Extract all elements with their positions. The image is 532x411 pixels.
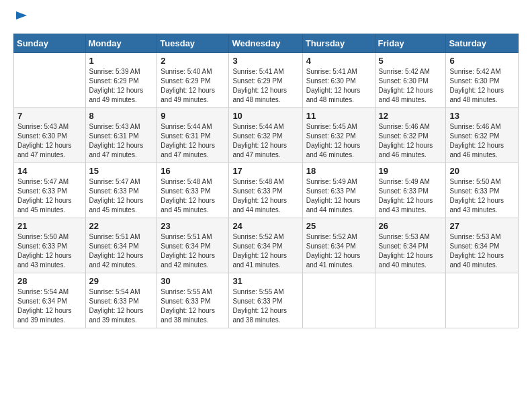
day-number: 16 xyxy=(161,166,225,176)
day-number: 1 xyxy=(89,56,154,66)
calendar-day-cell: 27Sunrise: 5:53 AM Sunset: 6:34 PM Dayli… xyxy=(446,218,519,273)
col-header-friday: Friday xyxy=(375,34,446,53)
day-number: 20 xyxy=(449,166,515,176)
day-number: 30 xyxy=(161,276,225,286)
calendar-table: SundayMondayTuesdayWednesdayThursdayFrid… xyxy=(13,34,519,328)
page: SundayMondayTuesdayWednesdayThursdayFrid… xyxy=(0,0,532,411)
calendar-header-row: SundayMondayTuesdayWednesdayThursdayFrid… xyxy=(14,34,519,53)
day-number: 18 xyxy=(306,166,371,176)
calendar-day-cell: 5Sunrise: 5:42 AM Sunset: 6:30 PM Daylig… xyxy=(375,53,446,108)
calendar-day-cell: 19Sunrise: 5:49 AM Sunset: 6:33 PM Dayli… xyxy=(375,163,446,218)
calendar-day-cell: 7Sunrise: 5:43 AM Sunset: 6:30 PM Daylig… xyxy=(14,108,86,163)
day-info: Sunrise: 5:48 AM Sunset: 6:33 PM Dayligh… xyxy=(232,177,298,215)
calendar-day-cell: 28Sunrise: 5:54 AM Sunset: 6:34 PM Dayli… xyxy=(14,273,86,328)
logo-flag-icon xyxy=(15,10,28,24)
day-info: Sunrise: 5:49 AM Sunset: 6:33 PM Dayligh… xyxy=(379,177,443,215)
col-header-thursday: Thursday xyxy=(302,34,375,53)
day-number: 31 xyxy=(232,276,298,286)
day-number: 6 xyxy=(449,56,515,66)
col-header-wednesday: Wednesday xyxy=(229,34,302,53)
day-number: 3 xyxy=(232,56,298,66)
day-number: 19 xyxy=(379,166,443,176)
day-number: 22 xyxy=(89,221,154,231)
day-info: Sunrise: 5:43 AM Sunset: 6:30 PM Dayligh… xyxy=(17,122,82,160)
day-number: 21 xyxy=(17,221,82,231)
calendar-day-cell: 17Sunrise: 5:48 AM Sunset: 6:33 PM Dayli… xyxy=(229,163,302,218)
day-info: Sunrise: 5:53 AM Sunset: 6:34 PM Dayligh… xyxy=(449,232,515,270)
calendar-day-cell: 20Sunrise: 5:50 AM Sunset: 6:33 PM Dayli… xyxy=(446,163,519,218)
day-info: Sunrise: 5:44 AM Sunset: 6:32 PM Dayligh… xyxy=(232,122,298,160)
day-info: Sunrise: 5:54 AM Sunset: 6:34 PM Dayligh… xyxy=(17,287,82,325)
calendar-week-row: 21Sunrise: 5:50 AM Sunset: 6:33 PM Dayli… xyxy=(14,218,519,273)
day-number: 4 xyxy=(306,56,371,66)
calendar-day-cell xyxy=(375,273,446,328)
day-number: 23 xyxy=(161,221,225,231)
calendar-day-cell: 24Sunrise: 5:52 AM Sunset: 6:34 PM Dayli… xyxy=(229,218,302,273)
calendar-week-row: 28Sunrise: 5:54 AM Sunset: 6:34 PM Dayli… xyxy=(14,273,519,328)
day-info: Sunrise: 5:53 AM Sunset: 6:34 PM Dayligh… xyxy=(379,232,443,270)
logo-text xyxy=(13,10,28,27)
day-number: 11 xyxy=(306,111,371,121)
day-info: Sunrise: 5:51 AM Sunset: 6:34 PM Dayligh… xyxy=(89,232,154,270)
calendar-week-row: 7Sunrise: 5:43 AM Sunset: 6:30 PM Daylig… xyxy=(14,108,519,163)
calendar-day-cell xyxy=(446,273,519,328)
day-info: Sunrise: 5:45 AM Sunset: 6:32 PM Dayligh… xyxy=(306,122,371,160)
day-number: 10 xyxy=(232,111,298,121)
col-header-sunday: Sunday xyxy=(14,34,86,53)
day-info: Sunrise: 5:41 AM Sunset: 6:30 PM Dayligh… xyxy=(306,67,371,105)
day-info: Sunrise: 5:52 AM Sunset: 6:34 PM Dayligh… xyxy=(232,232,298,270)
col-header-tuesday: Tuesday xyxy=(157,34,229,53)
calendar-day-cell: 30Sunrise: 5:55 AM Sunset: 6:33 PM Dayli… xyxy=(157,273,229,328)
calendar-week-row: 14Sunrise: 5:47 AM Sunset: 6:33 PM Dayli… xyxy=(14,163,519,218)
calendar-day-cell: 25Sunrise: 5:52 AM Sunset: 6:34 PM Dayli… xyxy=(302,218,375,273)
calendar-day-cell: 3Sunrise: 5:41 AM Sunset: 6:29 PM Daylig… xyxy=(229,53,302,108)
day-info: Sunrise: 5:47 AM Sunset: 6:33 PM Dayligh… xyxy=(89,177,154,215)
day-info: Sunrise: 5:47 AM Sunset: 6:33 PM Dayligh… xyxy=(17,177,82,215)
calendar-day-cell: 10Sunrise: 5:44 AM Sunset: 6:32 PM Dayli… xyxy=(229,108,302,163)
calendar-day-cell: 21Sunrise: 5:50 AM Sunset: 6:33 PM Dayli… xyxy=(14,218,86,273)
calendar-day-cell: 2Sunrise: 5:40 AM Sunset: 6:29 PM Daylig… xyxy=(157,53,229,108)
calendar-day-cell: 9Sunrise: 5:44 AM Sunset: 6:31 PM Daylig… xyxy=(157,108,229,163)
day-number: 28 xyxy=(17,276,82,286)
calendar-day-cell: 31Sunrise: 5:55 AM Sunset: 6:33 PM Dayli… xyxy=(229,273,302,328)
day-info: Sunrise: 5:52 AM Sunset: 6:34 PM Dayligh… xyxy=(306,232,371,270)
calendar-day-cell xyxy=(302,273,375,328)
calendar-day-cell: 11Sunrise: 5:45 AM Sunset: 6:32 PM Dayli… xyxy=(302,108,375,163)
day-number: 29 xyxy=(89,276,154,286)
day-info: Sunrise: 5:39 AM Sunset: 6:29 PM Dayligh… xyxy=(89,67,154,105)
calendar-day-cell: 1Sunrise: 5:39 AM Sunset: 6:29 PM Daylig… xyxy=(85,53,157,108)
day-info: Sunrise: 5:49 AM Sunset: 6:33 PM Dayligh… xyxy=(306,177,371,215)
day-info: Sunrise: 5:50 AM Sunset: 6:33 PM Dayligh… xyxy=(17,232,82,270)
day-info: Sunrise: 5:41 AM Sunset: 6:29 PM Dayligh… xyxy=(232,67,298,105)
day-info: Sunrise: 5:50 AM Sunset: 6:33 PM Dayligh… xyxy=(449,177,515,215)
day-number: 25 xyxy=(306,221,371,231)
day-number: 5 xyxy=(379,56,443,66)
day-number: 27 xyxy=(449,221,515,231)
col-header-monday: Monday xyxy=(85,34,157,53)
svg-marker-0 xyxy=(16,11,27,19)
calendar-day-cell: 13Sunrise: 5:46 AM Sunset: 6:32 PM Dayli… xyxy=(446,108,519,163)
day-info: Sunrise: 5:48 AM Sunset: 6:33 PM Dayligh… xyxy=(161,177,225,215)
day-number: 8 xyxy=(89,111,154,121)
day-number: 7 xyxy=(17,111,82,121)
day-number: 14 xyxy=(17,166,82,176)
day-info: Sunrise: 5:46 AM Sunset: 6:32 PM Dayligh… xyxy=(379,122,443,160)
day-number: 26 xyxy=(379,221,443,231)
calendar-day-cell: 4Sunrise: 5:41 AM Sunset: 6:30 PM Daylig… xyxy=(302,53,375,108)
calendar-day-cell: 22Sunrise: 5:51 AM Sunset: 6:34 PM Dayli… xyxy=(85,218,157,273)
calendar-day-cell: 12Sunrise: 5:46 AM Sunset: 6:32 PM Dayli… xyxy=(375,108,446,163)
calendar-day-cell: 18Sunrise: 5:49 AM Sunset: 6:33 PM Dayli… xyxy=(302,163,375,218)
day-info: Sunrise: 5:42 AM Sunset: 6:30 PM Dayligh… xyxy=(449,67,515,105)
header xyxy=(13,10,519,27)
calendar-day-cell: 14Sunrise: 5:47 AM Sunset: 6:33 PM Dayli… xyxy=(14,163,86,218)
day-number: 9 xyxy=(161,111,225,121)
day-info: Sunrise: 5:44 AM Sunset: 6:31 PM Dayligh… xyxy=(161,122,225,160)
day-info: Sunrise: 5:46 AM Sunset: 6:32 PM Dayligh… xyxy=(449,122,515,160)
day-number: 17 xyxy=(232,166,298,176)
calendar-day-cell: 26Sunrise: 5:53 AM Sunset: 6:34 PM Dayli… xyxy=(375,218,446,273)
calendar-week-row: 1Sunrise: 5:39 AM Sunset: 6:29 PM Daylig… xyxy=(14,53,519,108)
calendar-day-cell: 15Sunrise: 5:47 AM Sunset: 6:33 PM Dayli… xyxy=(85,163,157,218)
calendar-day-cell: 23Sunrise: 5:51 AM Sunset: 6:34 PM Dayli… xyxy=(157,218,229,273)
day-number: 12 xyxy=(379,111,443,121)
day-info: Sunrise: 5:40 AM Sunset: 6:29 PM Dayligh… xyxy=(161,67,225,105)
